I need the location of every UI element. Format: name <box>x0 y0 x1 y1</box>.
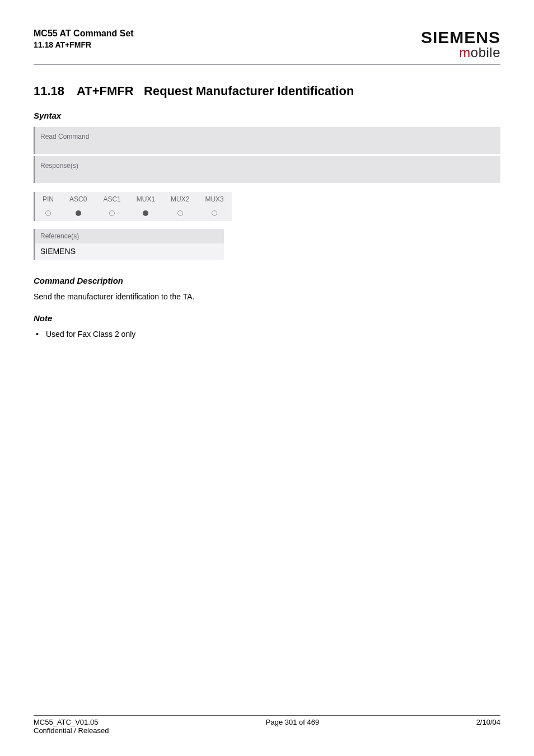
footer-version: MC55_ATC_V01.05 <box>34 718 98 726</box>
indicator-header: PIN <box>34 192 62 206</box>
indicator-cell <box>129 206 163 221</box>
note-item: Used for Fax Class 2 only <box>36 330 500 339</box>
indicator-cell <box>163 206 197 221</box>
note-heading: Note <box>34 313 500 323</box>
response-box: Response(s) <box>34 156 500 183</box>
indicator-cell <box>62 206 95 221</box>
syntax-block: Read Command Response(s) <box>34 127 500 183</box>
command-description-heading: Command Description <box>34 276 500 285</box>
indicator-cell <box>34 206 62 221</box>
reference-value: SIEMENS <box>35 243 224 260</box>
indicator-header: ASC1 <box>95 192 128 206</box>
reference-block: Reference(s) SIEMENS <box>34 229 224 260</box>
dot-empty-icon <box>177 210 183 216</box>
page-header: MC55 AT Command Set 11.18 AT+FMFR SIEMEN… <box>34 28 500 60</box>
brand-main: SIEMENS <box>421 28 500 47</box>
footer-right: 2/10/04 <box>476 718 500 735</box>
command-description-text: Send the manufacturer identification to … <box>34 292 500 301</box>
brand-sub: mobile <box>421 45 500 60</box>
section-command: AT+FMFR <box>77 84 134 98</box>
section-name: Request Manufacturer Identification <box>144 84 354 98</box>
indicator-value-row <box>34 206 232 221</box>
note-list: Used for Fax Class 2 only <box>34 330 500 339</box>
indicator-header: MUX3 <box>197 192 231 206</box>
doc-title: MC55 AT Command Set <box>34 28 134 40</box>
brand-sub-rest: obile <box>471 45 500 60</box>
read-command-label: Read Command <box>40 133 89 140</box>
footer-confidential: Confidential / Released <box>34 726 109 735</box>
indicator-header: MUX1 <box>129 192 163 206</box>
indicator-header: MUX2 <box>163 192 197 206</box>
brand-sub-prefix: m <box>459 45 471 60</box>
indicator-header: ASC0 <box>62 192 95 206</box>
reference-label: Reference(s) <box>35 229 224 243</box>
read-command-box: Read Command <box>34 127 500 154</box>
dot-empty-icon <box>45 210 51 216</box>
doc-subtitle: 11.18 AT+FMFR <box>34 40 134 50</box>
indicator-cell <box>197 206 231 221</box>
dot-empty-icon <box>212 210 217 216</box>
response-label: Response(s) <box>40 162 78 170</box>
footer-left: MC55_ATC_V01.05 Confidential / Released <box>34 718 109 735</box>
dot-filled-icon <box>76 210 81 216</box>
dot-filled-icon <box>143 210 148 216</box>
page-footer: MC55_ATC_V01.05 Confidential / Released … <box>34 715 500 735</box>
indicator-table: PIN ASC0 ASC1 MUX1 MUX2 MUX3 <box>34 192 232 221</box>
footer-center: Page 301 of 469 <box>109 718 476 735</box>
section-title: 11.18AT+FMFR Request Manufacturer Identi… <box>34 84 500 98</box>
section-number: 11.18 <box>34 84 64 98</box>
dot-empty-icon <box>109 210 115 216</box>
indicator-header-row: PIN ASC0 ASC1 MUX1 MUX2 MUX3 <box>34 192 232 206</box>
header-left: MC55 AT Command Set 11.18 AT+FMFR <box>34 28 134 50</box>
indicator-cell <box>95 206 128 221</box>
syntax-heading: Syntax <box>34 111 500 120</box>
brand-block: SIEMENS mobile <box>421 28 500 60</box>
header-divider <box>34 64 500 65</box>
